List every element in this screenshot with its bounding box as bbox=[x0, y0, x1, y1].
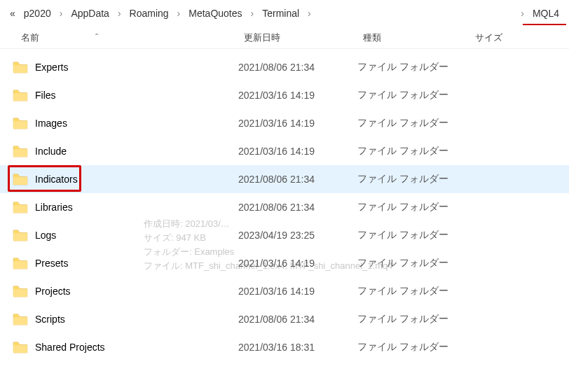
file-name-label: Shared Projects bbox=[35, 342, 105, 353]
file-row[interactable]: Shared Projects2021/03/16 18:31ファイル フォルダ… bbox=[0, 333, 569, 361]
file-date-cell: 2021/03/16 14:19 bbox=[238, 81, 357, 109]
column-header-type-label: 種類 bbox=[363, 31, 381, 44]
folder-icon bbox=[13, 229, 28, 241]
file-date-cell: 2021/03/16 18:31 bbox=[238, 333, 357, 361]
column-header-date[interactable]: 更新日時 bbox=[238, 27, 357, 48]
chevron-right-icon[interactable]: › bbox=[55, 8, 67, 19]
file-name-label: Files bbox=[35, 90, 56, 101]
annotation-underline bbox=[523, 24, 566, 25]
file-date-cell: 2021/08/06 21:34 bbox=[238, 165, 357, 193]
file-size-cell bbox=[469, 305, 569, 333]
file-type-cell: ファイル フォルダー bbox=[357, 53, 469, 81]
column-header-name-label: 名前 bbox=[21, 31, 39, 44]
chevron-right-icon[interactable]: › bbox=[303, 8, 315, 19]
file-name-cell: Experts bbox=[0, 53, 238, 81]
breadcrumb-segment[interactable]: Terminal bbox=[258, 0, 303, 27]
column-headers: 名前 ˆ 更新日時 種類 サイズ bbox=[0, 27, 569, 49]
file-size-cell bbox=[469, 165, 569, 193]
file-name-label: Indicators bbox=[35, 174, 78, 185]
folder-icon bbox=[13, 313, 28, 326]
file-name-cell: Images bbox=[0, 109, 238, 137]
file-type-cell: ファイル フォルダー bbox=[357, 305, 469, 333]
file-name-label: Projects bbox=[35, 286, 71, 297]
file-type-cell: ファイル フォルダー bbox=[357, 333, 469, 361]
folder-icon bbox=[13, 257, 28, 270]
file-date-cell: 2021/08/06 21:34 bbox=[238, 305, 357, 333]
folder-icon bbox=[13, 145, 28, 158]
file-size-cell bbox=[469, 221, 569, 249]
breadcrumb-more[interactable]: « bbox=[6, 8, 20, 19]
file-name-cell: Scripts bbox=[0, 305, 238, 333]
file-name-label: Libraries bbox=[35, 202, 73, 213]
file-row[interactable]: Presets2021/03/16 14:19ファイル フォルダー bbox=[0, 249, 569, 277]
file-name-label: Images bbox=[35, 118, 67, 129]
breadcrumb-segment[interactable]: Roaming bbox=[125, 0, 173, 27]
column-header-name[interactable]: 名前 ˆ bbox=[0, 27, 238, 48]
file-date-cell: 2021/03/16 14:19 bbox=[238, 249, 357, 277]
file-date-cell: 2021/03/16 14:19 bbox=[238, 109, 357, 137]
file-name-cell: Presets bbox=[0, 249, 238, 277]
file-name-cell: Projects bbox=[0, 277, 238, 305]
folder-icon bbox=[13, 201, 28, 214]
file-date-cell: 2021/08/06 21:34 bbox=[238, 193, 357, 221]
column-header-date-label: 更新日時 bbox=[244, 31, 280, 44]
folder-icon bbox=[13, 341, 28, 354]
folder-icon bbox=[13, 285, 28, 298]
folder-icon bbox=[13, 117, 28, 130]
file-type-cell: ファイル フォルダー bbox=[357, 221, 469, 249]
folder-icon bbox=[13, 89, 28, 102]
file-name-cell: Shared Projects bbox=[0, 333, 238, 361]
chevron-right-icon[interactable]: › bbox=[247, 8, 259, 19]
file-name-cell: Libraries bbox=[0, 193, 238, 221]
folder-icon bbox=[13, 61, 28, 74]
file-name-cell: Indicators bbox=[0, 165, 238, 193]
file-type-cell: ファイル フォルダー bbox=[357, 81, 469, 109]
breadcrumb-segment[interactable]: AppData bbox=[67, 0, 113, 27]
file-size-cell bbox=[469, 53, 569, 81]
chevron-right-icon[interactable]: › bbox=[114, 8, 125, 19]
sort-indicator-icon: ˆ bbox=[95, 32, 98, 43]
file-name-cell: Include bbox=[0, 137, 238, 165]
file-type-cell: ファイル フォルダー bbox=[357, 193, 469, 221]
file-name-label: Presets bbox=[35, 258, 68, 269]
file-row[interactable]: Include2021/03/16 14:19ファイル フォルダー bbox=[0, 137, 569, 165]
chevron-right-icon[interactable]: › bbox=[173, 8, 185, 19]
file-name-cell: Files bbox=[0, 81, 238, 109]
file-type-cell: ファイル フォルダー bbox=[357, 137, 469, 165]
breadcrumb-segment-current[interactable]: MQL4 bbox=[528, 0, 563, 27]
file-size-cell bbox=[469, 193, 569, 221]
file-type-cell: ファイル フォルダー bbox=[357, 165, 469, 193]
file-size-cell bbox=[469, 333, 569, 361]
file-date-cell: 2021/03/16 14:19 bbox=[238, 277, 357, 305]
file-size-cell bbox=[469, 109, 569, 137]
column-header-size[interactable]: サイズ bbox=[469, 27, 569, 48]
file-date-cell: 2023/04/19 23:25 bbox=[238, 221, 357, 249]
file-row[interactable]: Indicators2021/08/06 21:34ファイル フォルダー bbox=[0, 165, 569, 193]
file-name-label: Scripts bbox=[35, 314, 65, 325]
breadcrumb-segment[interactable]: p2020 bbox=[20, 0, 55, 27]
file-name-label: Experts bbox=[35, 62, 68, 73]
file-type-cell: ファイル フォルダー bbox=[357, 249, 469, 277]
breadcrumb: « p2020 › AppData › Roaming › MetaQuotes… bbox=[0, 0, 569, 27]
file-row[interactable]: Files2021/03/16 14:19ファイル フォルダー bbox=[0, 81, 569, 109]
breadcrumb-last[interactable]: MQL4 bbox=[528, 0, 563, 27]
file-row[interactable]: Libraries2021/08/06 21:34ファイル フォルダー bbox=[0, 193, 569, 221]
file-row[interactable]: Scripts2021/08/06 21:34ファイル フォルダー bbox=[0, 305, 569, 333]
file-name-label: Logs bbox=[35, 230, 56, 241]
file-row[interactable]: Images2021/03/16 14:19ファイル フォルダー bbox=[0, 109, 569, 137]
file-type-cell: ファイル フォルダー bbox=[357, 277, 469, 305]
column-header-type[interactable]: 種類 bbox=[357, 27, 469, 48]
breadcrumb-segment[interactable]: MetaQuotes bbox=[184, 0, 246, 27]
file-name-cell: Logs bbox=[0, 221, 238, 249]
file-row[interactable]: Logs2023/04/19 23:25ファイル フォルダー bbox=[0, 221, 569, 249]
column-header-size-label: サイズ bbox=[475, 31, 502, 44]
file-type-cell: ファイル フォルダー bbox=[357, 109, 469, 137]
file-name-label: Include bbox=[35, 146, 67, 157]
file-row[interactable]: Projects2021/03/16 14:19ファイル フォルダー bbox=[0, 277, 569, 305]
file-row[interactable]: Experts2021/08/06 21:34ファイル フォルダー bbox=[0, 53, 569, 81]
file-date-cell: 2021/08/06 21:34 bbox=[238, 53, 357, 81]
file-size-cell bbox=[469, 137, 569, 165]
chevron-right-icon[interactable]: › bbox=[516, 8, 528, 19]
file-size-cell bbox=[469, 81, 569, 109]
file-size-cell bbox=[469, 249, 569, 277]
